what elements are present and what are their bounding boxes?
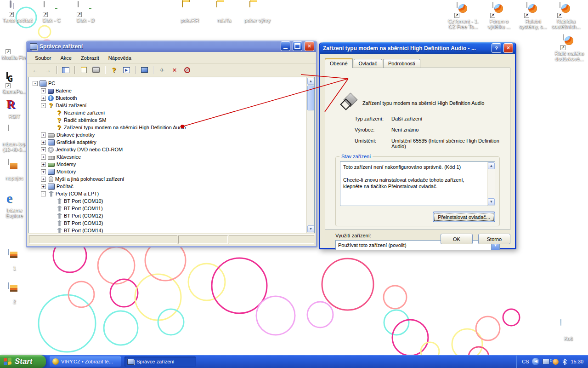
tree-item-porty[interactable]: -Porty (COM a LPT)	[29, 190, 314, 197]
tree-item-pc[interactable]: -PC	[29, 80, 314, 87]
tree-item-monitory[interactable]: +Monitory	[29, 168, 314, 175]
desktop-icon-disk-d[interactable]: ↗ Disk - D	[69, 1, 102, 23]
expand-toggle[interactable]: +	[41, 140, 46, 145]
desktop-icon-my-computer[interactable]: ↗ Tento počítač	[1, 1, 34, 23]
desktop-icon-ruletni-systemy[interactable]: ↗ Ruletnisystémy, s...	[516, 2, 549, 29]
expand-toggle[interactable]: +	[41, 147, 46, 152]
close-button[interactable]: ✕	[503, 43, 513, 53]
volume-icon[interactable]	[553, 359, 559, 365]
uninstall-device-button[interactable]	[181, 65, 192, 75]
tree-item-pocitac[interactable]: +Počítač	[29, 183, 314, 190]
expand-toggle[interactable]: -	[41, 191, 46, 196]
tree-item-baterie[interactable]: +Baterie	[29, 87, 314, 94]
status-scrollbar[interactable]: ▲ ▼	[487, 162, 495, 206]
device-manager-titlebar[interactable]: Správce zařízení ✕	[27, 40, 316, 52]
expand-toggle[interactable]: +	[41, 184, 46, 189]
tree-item-klavesnice[interactable]: +Klávesnice	[29, 153, 314, 161]
expand-toggle[interactable]: +	[41, 177, 46, 182]
expand-toggle[interactable]: +	[41, 169, 46, 174]
scroll-down-icon[interactable]: ▼	[307, 225, 314, 232]
desktop-icon-rsit[interactable]: R RSIT	[0, 98, 28, 119]
start-button[interactable]: Start	[0, 355, 46, 368]
tree-item-bt-port-com11[interactable]: BT Port (COM11)	[29, 205, 314, 212]
cancel-button[interactable]: Storno	[478, 234, 510, 244]
tree-item-bt-port-com13[interactable]: BT Port (COM13)	[29, 219, 314, 227]
update-driver-button[interactable]	[139, 65, 150, 75]
task-button-viry-cz[interactable]: VIRY.CZ • Zobrazit té...	[50, 356, 121, 367]
desktop-icon-folder-ruleta[interactable]: ruleTa	[208, 1, 241, 23]
tree-item-bt-port-com12[interactable]: BT Port (COM12)	[29, 212, 314, 219]
hide-icons-chevron-icon[interactable]: ◀	[532, 358, 539, 365]
scrollbar-thumb[interactable]	[307, 86, 314, 110]
desktop-icon-disk-c[interactable]: ↗ Disk - C	[35, 1, 68, 23]
ok-button[interactable]: OK	[441, 234, 473, 244]
clock[interactable]: 15:30	[571, 359, 583, 364]
details-pane-button[interactable]: ▶	[121, 65, 132, 75]
tree-item-bluetooth[interactable]: +ᛒBluetooth	[29, 94, 314, 102]
desktop-icon-recycle-bin[interactable]: Koš	[552, 320, 584, 341]
tree-item-dalsi-zarizeni[interactable]: -?Další zařízení	[29, 102, 314, 109]
help-button[interactable]: ?	[492, 43, 501, 53]
desktop-icon-gamepad[interactable]: ↗ GamePa...	[0, 73, 28, 94]
back-button[interactable]: ←	[30, 65, 41, 75]
expand-toggle[interactable]: -	[41, 103, 46, 108]
tree-item-bt-port-com10[interactable]: BT Port (COM10)	[29, 197, 314, 205]
expand-toggle[interactable]: +	[41, 132, 46, 138]
tree-item-neznamy[interactable]: ?Neznámé zařízení	[29, 109, 314, 116]
desktop-icon-mbam-log[interactable]: mbam-log-(13-40-0...	[0, 125, 28, 152]
desktop-icon-forum-o-vydelku[interactable]: ↗ Fórum ovýdělku ...	[482, 2, 515, 29]
menu-akce[interactable]: Akce	[56, 54, 75, 62]
menu-soubor[interactable]: Soubor	[31, 54, 55, 62]
close-button[interactable]: ✕	[305, 41, 314, 51]
print-button[interactable]	[90, 65, 102, 75]
desktop-icon-ridic-maleho[interactable]: ↗ Řidič maléhododávkové...	[553, 34, 586, 62]
tree-item-graficke-adaptery[interactable]: +Grafické adaptéry	[29, 138, 314, 146]
desktop-icon-image-2[interactable]: 2	[0, 283, 28, 305]
language-indicator[interactable]: CS	[522, 359, 529, 364]
expand-toggle[interactable]: +	[41, 96, 46, 101]
scroll-down-icon[interactable]: ▼	[488, 198, 495, 205]
scroll-up-icon[interactable]: ▲	[488, 162, 495, 169]
forward-button[interactable]: →	[42, 65, 53, 75]
reinstall-driver-button[interactable]: Přeinstalovat ovladač...	[433, 212, 495, 222]
device-status-text[interactable]: Toto zařízení není nakonfigurováno správ…	[340, 161, 495, 206]
minimize-button[interactable]	[281, 41, 290, 51]
desktop-icon-mozilla-firefox[interactable]: ↗ Mozilla Fire	[0, 39, 28, 60]
scan-hardware-button[interactable]: ✈	[157, 65, 168, 75]
show-console-tree-button[interactable]	[60, 65, 71, 75]
desktop-icon-internet-explorer[interactable]: e InterneExplore	[0, 191, 28, 218]
tree-item-bt-port-com14[interactable]: BT Port (COM14)	[29, 227, 314, 233]
properties-button[interactable]	[78, 65, 89, 75]
battery-icon	[48, 89, 54, 94]
field-label: Typ zařízení:	[355, 116, 391, 121]
expand-toggle[interactable]: +	[41, 88, 46, 93]
tree-item-diskove-jednotky[interactable]: +Diskové jednotky	[29, 131, 314, 138]
disk-drive-icon	[44, 1, 45, 7]
desktop-icon-nabidka-souteznich[interactable]: ↗ Nabídkasoutěžních...	[549, 2, 582, 29]
menu-zobrazit[interactable]: Zobrazit	[77, 54, 103, 62]
dialog-titlebar[interactable]: Zařízení typu modem na sběrnici High Def…	[320, 42, 515, 54]
help-button[interactable]: ?	[108, 65, 119, 75]
tree-item-modem-hda[interactable]: ?Zařízení typu modem na sběrnici High De…	[29, 124, 314, 131]
network-icon[interactable]	[543, 359, 549, 364]
task-button-device-manager[interactable]: Správce zařízení	[124, 356, 196, 367]
tree-item-mysi[interactable]: +Myši a jiná polohovací zařízení	[29, 175, 314, 183]
expand-toggle[interactable]: -	[33, 81, 38, 86]
desktop-icon-napajec[interactable]: napajec	[0, 159, 28, 181]
tree-item-radic-sm[interactable]: ?Řadič sběrnice SM	[29, 116, 314, 124]
desktop-icon-folder-pokerr[interactable]: pokeRR	[173, 1, 206, 23]
desktop-icon-folder-poker-vyhry[interactable]: poker výhry	[241, 1, 274, 23]
tree-item-dvd-cdrom[interactable]: +Jednotky DVD nebo CD-ROM	[29, 146, 314, 153]
bluetooth-icon[interactable]	[562, 358, 567, 365]
scroll-up-icon[interactable]: ▲	[307, 78, 314, 85]
expand-toggle[interactable]: +	[41, 162, 46, 167]
menu-napoveda[interactable]: Nápověda	[104, 54, 136, 62]
tree-scrollbar[interactable]: ▲ ▼	[306, 77, 314, 233]
desktop-icon-image-1[interactable]: 1	[0, 249, 28, 271]
tree-item-modemy[interactable]: +Modemy	[29, 161, 314, 168]
expand-toggle[interactable]: +	[41, 155, 46, 160]
tab-obecne[interactable]: Obecné	[325, 58, 353, 68]
desktop-icon-cztorrent[interactable]: ↗ CzTorrent - 1.CZ Free To...	[447, 2, 480, 29]
disable-device-button[interactable]: ✕	[169, 65, 180, 75]
maximize-button[interactable]	[293, 41, 302, 51]
